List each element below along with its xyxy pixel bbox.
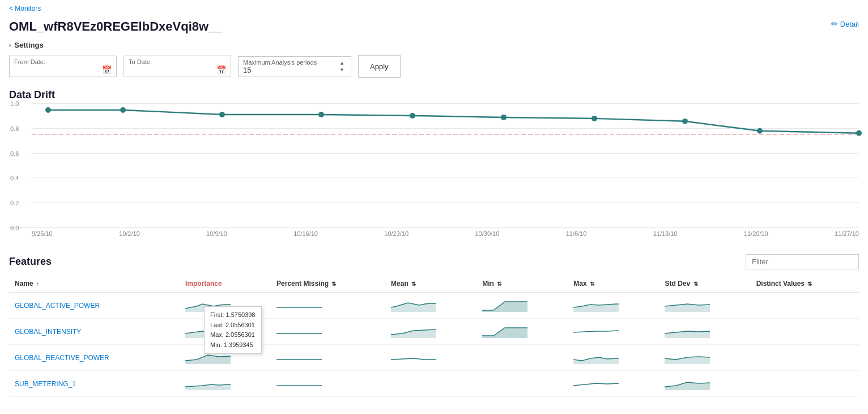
settings-chevron: ›: [9, 42, 11, 48]
distinct-sparkline-3: [751, 345, 859, 371]
data-point-10: [856, 130, 862, 136]
max-periods-value: 15: [243, 66, 338, 74]
std-sparkline-3: [659, 345, 750, 371]
pct-missing-4: [271, 371, 385, 397]
mean-sparkline-4: [385, 371, 476, 397]
page-header: OML_wfR8VEz0REGElbDxeVqi8w__ ✏ Detail: [0, 17, 868, 39]
pct-missing-3: [271, 345, 385, 371]
filter-row: From Date: 9/17/10, 5:02 PM 📅 To Date: 1…: [9, 55, 859, 78]
x-label-2: 10/2/10: [119, 230, 140, 237]
table-row: GLOBAL_INTENSITY: [9, 319, 859, 345]
chart-container: 1.0 0.8 0.6 0.4 0.2 0.0: [0, 103, 868, 245]
max-sparkline-4: [568, 371, 659, 397]
detail-link[interactable]: ✏ Detail: [831, 19, 859, 28]
table-row: SUB_METERING_1: [9, 371, 859, 397]
th-percent-missing[interactable]: Percent Missing ⇅: [271, 275, 385, 293]
distinct-sparkline-1: [751, 293, 859, 319]
data-point-4: [318, 112, 324, 117]
svg-marker-9: [482, 328, 527, 338]
svg-marker-17: [665, 382, 710, 390]
data-drift-title: Data Drift: [0, 85, 868, 103]
pct-missing-2: [271, 319, 385, 345]
importance-tooltip: First: 1.5750398 Last: 2.0556301 Max: 2.…: [204, 306, 262, 354]
from-date-field[interactable]: From Date: 9/17/10, 5:02 PM 📅: [9, 56, 117, 77]
feature-name-2[interactable]: GLOBAL_INTENSITY: [9, 319, 180, 345]
max-sparkline-2: [568, 319, 659, 345]
features-section: Features First: 1.5750398 Last: 2.055630…: [0, 254, 868, 397]
max-periods-label: Maximum Analysis periods: [243, 59, 338, 66]
page-title: OML_wfR8VEz0REGElbDxeVqi8w__: [9, 19, 223, 34]
data-point-6: [501, 115, 507, 120]
th-std-dev[interactable]: Std Dev ⇅: [659, 275, 750, 293]
mean-sparkline-1: [385, 293, 476, 319]
features-table: Name ↑ Importance Percent Missing ⇅ Mean…: [9, 275, 859, 397]
tooltip-first: First: 1.5750398: [210, 310, 256, 320]
from-date-input[interactable]: 9/17/10, 5:02 PM: [14, 66, 93, 74]
data-point-2: [120, 107, 126, 113]
th-importance[interactable]: Importance: [180, 275, 271, 293]
to-date-input[interactable]: 11/26/10, 4:02 PM: [129, 66, 208, 74]
max-sparkline-1: [568, 293, 659, 319]
th-mean[interactable]: Mean ⇅: [385, 275, 476, 293]
to-date-label: To Date:: [129, 58, 226, 65]
x-label-5: 10/23/10: [384, 230, 409, 237]
y-label-4: 0.4: [10, 175, 19, 181]
tooltip-last: Last: 2.0556301: [210, 320, 256, 331]
x-axis: 9/25/10 10/2/10 10/9/10 10/16/10 10/23/1…: [9, 228, 859, 237]
pencil-icon: ✏: [831, 19, 838, 28]
max-periods-arrows: ▲ ▼: [338, 60, 346, 73]
table-row: GLOBAL_REACTIVE_POWER: [9, 345, 859, 371]
drift-chart-svg: [32, 103, 859, 227]
feature-name-4[interactable]: SUB_METERING_1: [9, 371, 180, 397]
x-label-9: 11/20/10: [744, 230, 768, 237]
pct-missing-1: [271, 293, 385, 319]
x-label-7: 11/6/10: [566, 230, 587, 237]
table-header-row: Name ↑ Importance Percent Missing ⇅ Mean…: [9, 275, 859, 293]
features-table-body: GLOBAL_ACTIVE_POWER: [9, 293, 859, 397]
max-periods-up[interactable]: ▲: [338, 60, 346, 66]
min-sparkline-2: [476, 319, 568, 345]
importance-sparkline-4: [180, 371, 271, 397]
svg-marker-15: [185, 385, 231, 390]
y-label-2: 0.8: [10, 125, 19, 132]
x-label-3: 10/9/10: [206, 230, 227, 237]
back-nav[interactable]: < Monitors: [0, 0, 868, 17]
tooltip-max: Max: 2.0556301: [210, 330, 256, 340]
to-date-calendar-icon[interactable]: 📅: [216, 65, 226, 74]
settings-label: Settings: [14, 41, 43, 49]
feature-name-3[interactable]: GLOBAL_REACTIVE_POWER: [9, 345, 180, 371]
x-label-4: 10/16/10: [293, 230, 318, 237]
max-sparkline-3: [568, 345, 659, 371]
x-label-8: 11/13/10: [653, 230, 678, 237]
to-date-field[interactable]: To Date: 11/26/10, 4:02 PM 📅: [124, 56, 231, 77]
apply-button[interactable]: Apply: [358, 55, 401, 78]
std-sparkline-1: [659, 293, 750, 319]
min-sparkline-1: [476, 293, 568, 319]
drift-line: [48, 110, 859, 133]
min-sparkline-4: [476, 371, 568, 397]
feature-name-1[interactable]: GLOBAL_ACTIVE_POWER: [9, 293, 180, 319]
from-date-label: From Date:: [14, 58, 112, 65]
settings-section: › Settings From Date: 9/17/10, 5:02 PM 📅…: [0, 39, 868, 85]
chart-area: 1.0 0.8 0.6 0.4 0.2 0.0: [9, 103, 859, 228]
mean-sparkline-3: [385, 345, 476, 371]
data-point-3: [219, 112, 225, 117]
svg-marker-10: [665, 331, 710, 338]
th-max[interactable]: Max ⇅: [568, 275, 659, 293]
max-periods-field[interactable]: Maximum Analysis periods 15 ▲ ▼: [238, 56, 351, 77]
settings-header[interactable]: › Settings: [9, 41, 859, 49]
th-min[interactable]: Min ⇅: [476, 275, 568, 293]
detail-label[interactable]: Detail: [840, 20, 859, 28]
th-distinct-values[interactable]: Distinct Values ⇅: [751, 275, 859, 293]
tooltip-min: Min: 1.3959345: [210, 340, 256, 350]
x-label-1: 9/25/10: [32, 230, 53, 237]
from-date-calendar-icon[interactable]: 📅: [102, 65, 112, 74]
features-filter-input[interactable]: [746, 254, 859, 269]
th-name[interactable]: Name ↑: [9, 275, 180, 293]
x-label-10: 11/27/10: [835, 230, 859, 237]
data-point-5: [410, 113, 415, 119]
max-periods-down[interactable]: ▼: [338, 67, 346, 73]
monitors-link[interactable]: < Monitors: [9, 5, 41, 12]
std-sparkline-4: [659, 371, 750, 397]
features-title: Features: [9, 256, 52, 268]
